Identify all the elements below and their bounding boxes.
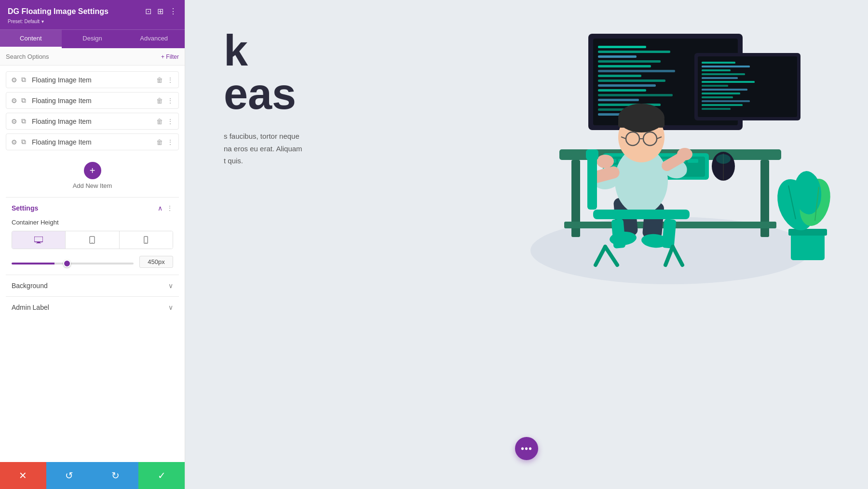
list-item[interactable]: ⚙ ⧉ Floating Image Item 🗑 ⋮ (6, 113, 179, 130)
svg-point-81 (597, 155, 614, 168)
tab-content[interactable]: Content (0, 30, 62, 48)
svg-rect-19 (598, 60, 661, 63)
container-height-label: Container Height (12, 219, 173, 226)
item-left-icons: ⚙ ⧉ (11, 117, 26, 125)
section-icons: ∧ ⋮ (158, 204, 173, 212)
svg-rect-94 (662, 219, 676, 249)
svg-rect-43 (702, 93, 740, 94)
copy-icon[interactable]: ⧉ (21, 138, 26, 146)
settings-small-icon[interactable]: ⚙ (11, 97, 17, 105)
list-item[interactable]: ⚙ ⧉ Floating Image Item 🗑 ⋮ (6, 133, 179, 150)
cancel-button[interactable]: ✕ (0, 462, 46, 489)
save-button[interactable]: ✓ (138, 462, 185, 489)
svg-rect-20 (598, 65, 651, 67)
svg-rect-59 (688, 159, 698, 163)
delete-icon[interactable]: 🗑 (156, 97, 163, 105)
panel-header-icons: ⊡ ⊞ ⋮ (145, 7, 177, 16)
svg-rect-39 (702, 77, 738, 79)
svg-point-82 (677, 148, 692, 160)
search-bar: + Filter (0, 48, 185, 66)
copy-icon[interactable]: ⧉ (21, 76, 26, 84)
right-content: k eas s faucibus, tortor neque na eros e… (185, 0, 868, 489)
svg-rect-16 (598, 46, 646, 48)
device-icons-row (12, 231, 173, 249)
height-value-input[interactable] (139, 256, 173, 268)
tabs: Content Design Advanced (0, 29, 185, 48)
undo-button[interactable]: ↺ (46, 462, 93, 489)
search-input[interactable] (6, 53, 161, 60)
more-options-icon[interactable]: ⋮ (167, 76, 174, 84)
settings-small-icon[interactable]: ⚙ (11, 76, 17, 84)
height-slider[interactable] (12, 263, 134, 264)
tablet-device-btn[interactable] (66, 231, 119, 249)
svg-rect-27 (598, 99, 639, 101)
mobile-device-btn[interactable] (120, 231, 173, 249)
copy-icon[interactable]: ⧉ (21, 96, 26, 105)
item-label: Floating Image Item (32, 138, 156, 146)
svg-rect-45 (702, 100, 750, 102)
more-icon[interactable]: ⋮ (169, 7, 177, 16)
background-section-header[interactable]: Background ∨ (12, 282, 173, 290)
list-item[interactable]: ⚙ ⧉ Floating Image Item 🗑 ⋮ (6, 92, 179, 109)
desktop-device-btn[interactable] (12, 231, 66, 249)
item-label: Floating Image Item (32, 118, 156, 125)
panel-header: DG Floating Image Settings ⊡ ⊞ ⋮ Preset:… (0, 0, 185, 29)
svg-rect-37 (702, 69, 731, 71)
preset-label[interactable]: Preset: Default ▾ (8, 18, 177, 25)
admin-label-section-header[interactable]: Admin Label ∨ (12, 304, 173, 311)
svg-rect-102 (788, 229, 827, 236)
settings-content: Container Height (12, 219, 173, 268)
svg-rect-23 (598, 79, 665, 82)
svg-rect-46 (702, 104, 743, 106)
svg-rect-1 (37, 242, 40, 243)
svg-rect-44 (702, 96, 733, 98)
background-title: Background (12, 282, 48, 290)
fab-button[interactable]: ••• (515, 437, 538, 460)
illustration-svg (502, 14, 839, 304)
svg-rect-40 (702, 81, 755, 83)
illustration-area (502, 14, 839, 304)
settings-small-icon[interactable]: ⚙ (11, 118, 17, 125)
panel-content: ⚙ ⧉ Floating Image Item 🗑 ⋮ ⚙ ⧉ Floating… (0, 66, 185, 462)
svg-rect-38 (702, 73, 745, 75)
admin-chevron-down-icon[interactable]: ∨ (168, 304, 173, 311)
delete-icon[interactable]: 🗑 (156, 118, 163, 125)
grid-icon[interactable]: ⊞ (157, 7, 163, 16)
settings-small-icon[interactable]: ⚙ (11, 138, 17, 146)
svg-rect-0 (34, 237, 43, 242)
more-options-icon[interactable]: ⋮ (167, 97, 174, 105)
list-items-container: ⚙ ⧉ Floating Image Item 🗑 ⋮ ⚙ ⧉ Floating… (6, 71, 179, 150)
tab-advanced[interactable]: Advanced (123, 30, 185, 48)
svg-rect-17 (598, 51, 670, 53)
filter-button[interactable]: + Filter (161, 53, 179, 60)
background-section: Background ∨ (6, 275, 179, 296)
panel-title: DG Floating Image Settings (8, 7, 108, 16)
more-options-icon[interactable]: ⋮ (167, 118, 174, 125)
delete-icon[interactable]: 🗑 (156, 138, 163, 146)
svg-point-4 (92, 242, 93, 243)
settings-section: Settings ∧ ⋮ Container Height (6, 197, 179, 275)
svg-rect-24 (598, 84, 656, 87)
chevron-up-icon[interactable]: ∧ (158, 204, 163, 212)
redo-button[interactable]: ↻ (93, 462, 139, 489)
svg-rect-18 (598, 55, 637, 58)
copy-icon[interactable]: ⧉ (21, 117, 26, 125)
item-right-icons: 🗑 ⋮ (156, 118, 174, 125)
svg-point-71 (716, 154, 731, 164)
settings-section-header[interactable]: Settings ∧ ⋮ (12, 204, 173, 212)
add-new-item-button[interactable]: + Add New Item (6, 154, 179, 197)
svg-rect-36 (702, 66, 750, 67)
item-label: Floating Image Item (32, 97, 156, 105)
tab-design[interactable]: Design (62, 30, 123, 48)
svg-rect-25 (598, 89, 646, 92)
svg-rect-86 (618, 118, 665, 128)
slider-row (12, 256, 173, 268)
section-more-icon[interactable]: ⋮ (166, 204, 173, 212)
more-options-icon[interactable]: ⋮ (167, 138, 174, 146)
item-label: Floating Image Item (32, 76, 156, 84)
settings-icon[interactable]: ⊡ (145, 7, 151, 16)
svg-rect-42 (702, 89, 747, 91)
delete-icon[interactable]: 🗑 (156, 76, 163, 84)
list-item[interactable]: ⚙ ⧉ Floating Image Item 🗑 ⋮ (6, 71, 179, 88)
chevron-down-icon[interactable]: ∨ (168, 282, 173, 290)
